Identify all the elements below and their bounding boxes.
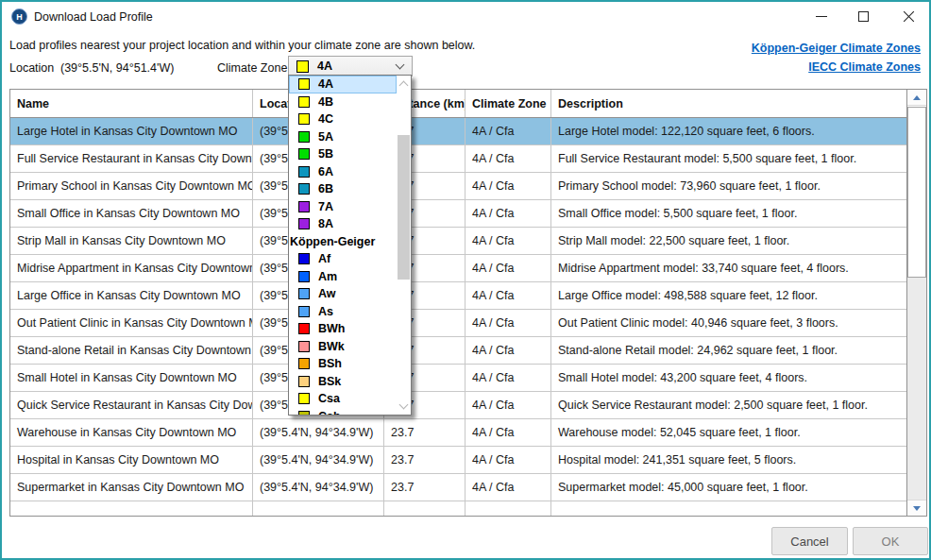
arrow-up-icon (913, 95, 921, 100)
cell-location (253, 501, 384, 516)
cell-climate-zone: 4A / Cfa (466, 474, 551, 501)
option-label: 8A (318, 217, 333, 230)
dropdown-scrollbar[interactable] (397, 76, 411, 415)
climate-zone-option-bwk[interactable]: BWk (289, 338, 397, 356)
cell-name: Out Patient Clinic in Kansas City Downto… (10, 310, 253, 336)
minimize-button[interactable] (807, 7, 836, 25)
cell-description: Out Patient Clinic model: 40,946 square … (551, 310, 906, 336)
climate-zone-option-4b[interactable]: 4B (289, 93, 397, 111)
climate-zone-option-aw[interactable]: Aw (289, 285, 397, 303)
climate-zone-options: 4A4B4C5A5B6A6B7A8AKöppen-GeigerAfAmAwAsB… (289, 76, 397, 415)
iecc-link[interactable]: IECC Climate Zones (752, 58, 921, 76)
scrollbar-thumb[interactable] (907, 107, 926, 278)
climate-zone-option-4a[interactable]: 4A (289, 76, 397, 93)
cell-description: Small Office model: 5,500 square feet, 1… (551, 200, 906, 227)
minimize-icon (816, 16, 827, 17)
koppen-geiger-link[interactable]: Köppen-Geiger Climate Zones (752, 39, 921, 58)
scroll-up-button[interactable] (907, 90, 926, 106)
table-header-row: Name Location Distance (km) Climate Zone… (10, 90, 906, 118)
option-label: 4C (318, 112, 333, 126)
option-label: Csb (318, 410, 341, 415)
color-swatch (298, 113, 310, 125)
cell-climate-zone: 4A / Cfa (466, 282, 551, 309)
table-row[interactable]: Out Patient Clinic in Kansas City Downto… (10, 310, 906, 337)
cell-description: Small Hotel model: 43,200 square feet, 4… (551, 365, 906, 391)
option-label: BSh (318, 357, 342, 370)
column-header-description[interactable]: Description (551, 90, 906, 117)
climate-zone-option-7a[interactable]: 7A (289, 198, 397, 216)
close-button[interactable] (894, 7, 923, 25)
table-body: Large Hotel in Kansas City Downtown MO(3… (10, 118, 906, 516)
table-row[interactable]: Small Office in Kansas City Downtown MO(… (10, 200, 906, 228)
color-swatch (298, 288, 310, 299)
load-profile-table: Name Location Distance (km) Climate Zone… (9, 89, 927, 517)
option-label: 4A (318, 77, 333, 91)
climate-zone-option-6a[interactable]: 6A (289, 163, 397, 181)
table-row[interactable]: Large Office in Kansas City Downtown MO(… (10, 282, 906, 310)
climate-zone-label: Climate Zone (217, 61, 287, 75)
title-bar: H Download Load Profile (2, 2, 929, 30)
cell-climate-zone: 4A / Cfa (466, 337, 551, 364)
dialog-window: H Download Load Profile Load profiles ne… (0, 0, 931, 560)
location-label: Location (9, 61, 54, 75)
cell-description: Supermarket model: 45,000 square feet, 1… (551, 474, 906, 501)
climate-zone-option-bsh[interactable]: BSh (289, 355, 397, 373)
climate-zone-option-csb[interactable]: Csb (289, 408, 397, 416)
column-header-climate-zone[interactable]: Climate Zone (466, 90, 551, 117)
color-swatch (298, 393, 310, 404)
climate-zone-option-bwh[interactable]: BWh (289, 320, 397, 338)
cell-climate-zone: 4A / Cfa (466, 310, 551, 336)
table-row[interactable]: Quick Service Restaurant in Kansas City … (10, 392, 906, 419)
climate-zone-option-bsk[interactable]: BSk (289, 373, 397, 391)
climate-zone-option-4c[interactable]: 4C (289, 110, 397, 128)
table-scrollbar[interactable] (906, 90, 926, 516)
cell-description: Stand-alone Retail model: 24,962 square … (551, 337, 906, 364)
cell-climate-zone: 4A / Cfa (466, 255, 551, 281)
cell-climate-zone (466, 501, 551, 516)
table-row[interactable]: Supermarket in Kansas City Downtown MO(3… (10, 474, 906, 501)
table-row[interactable]: Small Hotel in Kansas City Downtown MO(3… (10, 365, 906, 392)
climate-zone-option-8a[interactable]: 8A (289, 215, 397, 233)
column-header-name[interactable]: Name (10, 90, 253, 117)
climate-zone-links: Köppen-Geiger Climate Zones IECC Climate… (752, 39, 921, 76)
table-row[interactable]: Primary School in Kansas City Downtown M… (10, 173, 906, 200)
location-value: (39°5.5'N, 94°51.4'W) (60, 61, 174, 75)
climate-zone-option-am[interactable]: Am (289, 268, 397, 286)
climate-zone-option-af[interactable]: Af (289, 250, 397, 268)
cell-description: Quick Service Restaurant model: 2,500 sq… (551, 392, 906, 418)
cell-name: Hospital in Kansas City Downtown MO (10, 447, 253, 473)
cell-name (10, 501, 253, 516)
table-row[interactable]: Stand-alone Retail in Kansas City Downto… (10, 337, 906, 365)
color-swatch (298, 341, 310, 352)
cell-climate-zone: 4A / Cfa (466, 173, 551, 199)
climate-zone-option-5b[interactable]: 5B (289, 145, 397, 163)
cell-description: Primary School model: 73,960 square feet… (551, 173, 906, 199)
option-label: BWk (318, 340, 345, 353)
climate-zone-dropdown[interactable]: 4A (288, 56, 413, 76)
cell-distance: 23.7 (384, 419, 466, 446)
table-row[interactable]: Strip Mall in Kansas City Downtown MO(39… (10, 228, 906, 255)
option-label: BWh (318, 322, 345, 335)
table-row[interactable]: Full Service Restaurant in Kansas City D… (10, 145, 906, 173)
scroll-down-button[interactable] (907, 500, 926, 516)
climate-zone-option-as[interactable]: As (289, 303, 397, 321)
scrollbar-track[interactable] (907, 278, 926, 500)
chevron-down-icon (399, 400, 409, 410)
climate-zone-option-csa[interactable]: Csa (289, 390, 397, 408)
maximize-button[interactable] (849, 7, 877, 25)
ok-button[interactable]: OK (853, 527, 928, 555)
cancel-button[interactable]: Cancel (771, 527, 848, 555)
close-icon (903, 10, 915, 23)
cell-climate-zone: 4A / Cfa (466, 118, 551, 144)
climate-zone-option-6b[interactable]: 6B (289, 180, 397, 198)
table-row[interactable]: Large Hotel in Kansas City Downtown MO(3… (10, 118, 906, 145)
option-label: Af (318, 252, 330, 265)
table-row[interactable]: Midrise Appartment in Kansas City Downto… (10, 255, 906, 282)
table-row[interactable]: Warehouse in Kansas City Downtown MO(39°… (10, 419, 906, 447)
cell-climate-zone: 4A / Cfa (466, 392, 551, 418)
table-row[interactable]: Hospital in Kansas City Downtown MO(39°5… (10, 447, 906, 474)
cell-description: Full Service Restaurant model: 5,500 squ… (551, 145, 906, 172)
color-swatch (298, 201, 310, 212)
climate-zone-option-5a[interactable]: 5A (289, 128, 397, 146)
dropdown-scrollbar-thumb[interactable] (398, 135, 410, 280)
